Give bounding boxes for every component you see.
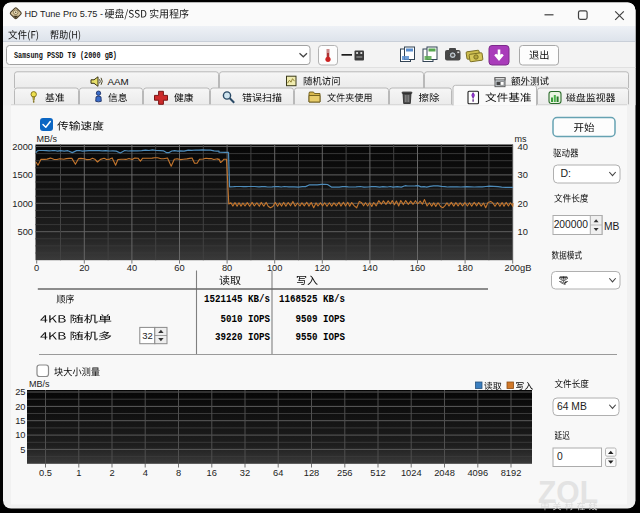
svg-text:500: 500 xyxy=(17,227,33,237)
svg-text:2048: 2048 xyxy=(434,468,455,478)
svg-text:15: 15 xyxy=(15,416,25,426)
svg-text:4096: 4096 xyxy=(467,468,488,478)
svg-text:0.5: 0.5 xyxy=(39,468,52,478)
svg-text:200gB: 200gB xyxy=(505,263,532,273)
svg-text:20: 20 xyxy=(79,263,89,273)
svg-text:40: 40 xyxy=(518,142,528,152)
svg-text:4: 4 xyxy=(143,468,148,478)
svg-text:40: 40 xyxy=(127,263,137,273)
svg-text:1000: 1000 xyxy=(12,199,33,209)
svg-text:32: 32 xyxy=(240,468,250,478)
svg-text:1: 1 xyxy=(76,468,81,478)
svg-text:32: 32 xyxy=(142,330,153,341)
svg-text:39220 IOPS: 39220 IOPS xyxy=(215,331,271,343)
svg-text:MB/s: MB/s xyxy=(37,134,58,144)
svg-text:20: 20 xyxy=(518,199,528,209)
svg-text:512: 512 xyxy=(370,468,386,478)
svg-text:0: 0 xyxy=(34,263,39,273)
svg-text:9509 IOPS: 9509 IOPS xyxy=(296,313,346,325)
svg-text:180: 180 xyxy=(457,263,473,273)
svg-text:MB/s: MB/s xyxy=(29,379,50,389)
svg-text:128: 128 xyxy=(304,468,320,478)
svg-text:2: 2 xyxy=(109,468,114,478)
svg-text:200000: 200000 xyxy=(554,219,589,230)
svg-text:5010 IOPS: 5010 IOPS xyxy=(221,313,271,325)
svg-text:60: 60 xyxy=(174,263,184,273)
svg-text:64 MB: 64 MB xyxy=(557,401,587,412)
svg-text:8: 8 xyxy=(176,468,181,478)
svg-text:1168525 KB/s: 1168525 KB/s xyxy=(279,293,345,305)
svg-text:8192: 8192 xyxy=(501,468,522,478)
svg-text:AAM: AAM xyxy=(108,76,129,87)
svg-text:30: 30 xyxy=(518,170,528,180)
svg-text:64: 64 xyxy=(273,468,283,478)
svg-text:2000: 2000 xyxy=(12,142,33,152)
svg-text:140: 140 xyxy=(362,263,378,273)
svg-text:HD Tune Pro 5.75 -: HD Tune Pro 5.75 - xyxy=(24,8,103,19)
svg-text:Samsung PSSD T9 (2000 gB): Samsung PSSD T9 (2000 gB) xyxy=(14,51,117,60)
svg-text:5: 5 xyxy=(20,445,25,455)
svg-text:160: 160 xyxy=(410,263,426,273)
svg-text:10: 10 xyxy=(518,227,528,237)
svg-text:9550 IOPS: 9550 IOPS xyxy=(296,331,346,343)
svg-text:1024: 1024 xyxy=(401,468,422,478)
svg-text:120: 120 xyxy=(315,263,331,273)
svg-text:0: 0 xyxy=(557,451,563,462)
svg-text:256: 256 xyxy=(337,468,353,478)
svg-text:80: 80 xyxy=(222,263,232,273)
svg-text:1500: 1500 xyxy=(12,170,33,180)
svg-text:10: 10 xyxy=(15,430,25,440)
svg-text:MB: MB xyxy=(604,221,620,232)
svg-text:16: 16 xyxy=(207,468,217,478)
svg-text:1521145 KB/s: 1521145 KB/s xyxy=(204,293,270,305)
svg-text:D:: D: xyxy=(561,167,572,179)
svg-text:20: 20 xyxy=(15,402,25,412)
svg-text:100: 100 xyxy=(267,263,283,273)
svg-text:25: 25 xyxy=(15,387,25,397)
